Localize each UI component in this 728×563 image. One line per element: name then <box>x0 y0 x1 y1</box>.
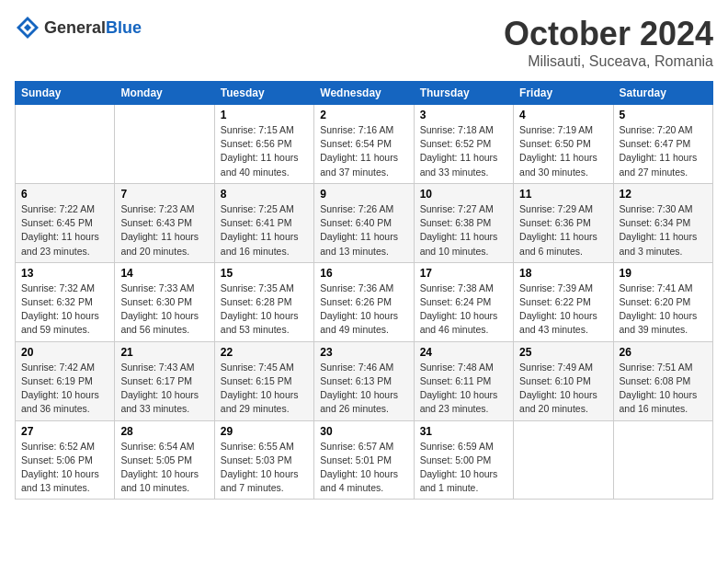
day-detail: Sunrise: 6:57 AM Sunset: 5:01 PM Dayligh… <box>320 440 407 496</box>
calendar-cell: 29Sunrise: 6:55 AM Sunset: 5:03 PM Dayli… <box>214 420 313 500</box>
calendar-cell: 20Sunrise: 7:42 AM Sunset: 6:19 PM Dayli… <box>16 341 115 420</box>
day-number: 17 <box>420 267 507 280</box>
day-number: 20 <box>21 346 108 359</box>
day-number: 26 <box>620 346 707 359</box>
calendar-cell <box>514 420 613 500</box>
day-number: 25 <box>519 346 607 359</box>
day-number: 22 <box>221 346 308 359</box>
calendar-cell: 1Sunrise: 7:15 AM Sunset: 6:56 PM Daylig… <box>214 105 313 184</box>
calendar-cell: 17Sunrise: 7:38 AM Sunset: 6:24 PM Dayli… <box>414 262 513 341</box>
day-detail: Sunrise: 7:42 AM Sunset: 6:19 PM Dayligh… <box>21 361 108 417</box>
day-number: 24 <box>420 346 507 359</box>
day-detail: Sunrise: 7:29 AM Sunset: 6:36 PM Dayligh… <box>519 202 607 259</box>
calendar-table: SundayMondayTuesdayWednesdayThursdayFrid… <box>15 81 713 500</box>
day-detail: Sunrise: 7:32 AM Sunset: 6:32 PM Dayligh… <box>21 282 108 338</box>
calendar-cell: 10Sunrise: 7:27 AM Sunset: 6:38 PM Dayli… <box>414 183 513 262</box>
day-detail: Sunrise: 7:23 AM Sunset: 6:43 PM Dayligh… <box>120 202 208 259</box>
calendar-cell: 19Sunrise: 7:41 AM Sunset: 6:20 PM Dayli… <box>613 262 712 341</box>
day-detail: Sunrise: 7:25 AM Sunset: 6:41 PM Dayligh… <box>221 202 308 259</box>
day-number: 6 <box>21 188 108 201</box>
calendar-cell: 18Sunrise: 7:39 AM Sunset: 6:22 PM Dayli… <box>514 262 613 341</box>
calendar-cell: 11Sunrise: 7:29 AM Sunset: 6:36 PM Dayli… <box>514 183 613 262</box>
day-detail: Sunrise: 7:26 AM Sunset: 6:40 PM Dayligh… <box>320 202 407 259</box>
calendar-cell: 5Sunrise: 7:20 AM Sunset: 6:47 PM Daylig… <box>613 105 712 184</box>
calendar-cell: 15Sunrise: 7:35 AM Sunset: 6:28 PM Dayli… <box>214 262 313 341</box>
calendar-cell: 26Sunrise: 7:51 AM Sunset: 6:08 PM Dayli… <box>613 341 712 420</box>
calendar-cell: 24Sunrise: 7:48 AM Sunset: 6:11 PM Dayli… <box>414 341 513 420</box>
calendar-cell: 23Sunrise: 7:46 AM Sunset: 6:13 PM Dayli… <box>314 341 414 420</box>
day-detail: Sunrise: 7:51 AM Sunset: 6:08 PM Dayligh… <box>620 361 707 417</box>
day-detail: Sunrise: 7:38 AM Sunset: 6:24 PM Dayligh… <box>420 282 507 338</box>
calendar-week-row: 13Sunrise: 7:32 AM Sunset: 6:32 PM Dayli… <box>16 262 713 341</box>
calendar-cell: 22Sunrise: 7:45 AM Sunset: 6:15 PM Dayli… <box>214 341 313 420</box>
day-detail: Sunrise: 7:16 AM Sunset: 6:54 PM Dayligh… <box>320 123 407 179</box>
day-number: 27 <box>21 425 108 438</box>
day-detail: Sunrise: 7:46 AM Sunset: 6:13 PM Dayligh… <box>320 361 407 417</box>
calendar-cell: 8Sunrise: 7:25 AM Sunset: 6:41 PM Daylig… <box>214 183 313 262</box>
day-detail: Sunrise: 6:54 AM Sunset: 5:05 PM Dayligh… <box>120 440 208 496</box>
day-detail: Sunrise: 6:55 AM Sunset: 5:03 PM Dayligh… <box>221 440 308 496</box>
calendar-week-row: 1Sunrise: 7:15 AM Sunset: 6:56 PM Daylig… <box>16 105 713 184</box>
weekday-header: Tuesday <box>214 82 313 105</box>
day-detail: Sunrise: 7:27 AM Sunset: 6:38 PM Dayligh… <box>420 202 507 259</box>
calendar-cell <box>115 105 214 184</box>
day-detail: Sunrise: 7:45 AM Sunset: 6:15 PM Dayligh… <box>221 361 308 417</box>
calendar-week-row: 6Sunrise: 7:22 AM Sunset: 6:45 PM Daylig… <box>16 183 713 262</box>
calendar-cell: 7Sunrise: 7:23 AM Sunset: 6:43 PM Daylig… <box>115 183 214 262</box>
day-detail: Sunrise: 7:30 AM Sunset: 6:34 PM Dayligh… <box>620 202 707 259</box>
day-number: 14 <box>120 267 208 280</box>
location-title: Milisauti, Suceava, Romania <box>504 53 713 70</box>
calendar-cell: 28Sunrise: 6:54 AM Sunset: 5:05 PM Dayli… <box>115 420 214 500</box>
day-number: 29 <box>221 425 308 438</box>
calendar-cell: 6Sunrise: 7:22 AM Sunset: 6:45 PM Daylig… <box>16 183 115 262</box>
day-detail: Sunrise: 7:48 AM Sunset: 6:11 PM Dayligh… <box>420 361 507 417</box>
calendar-cell: 21Sunrise: 7:43 AM Sunset: 6:17 PM Dayli… <box>115 341 214 420</box>
calendar-week-row: 27Sunrise: 6:52 AM Sunset: 5:06 PM Dayli… <box>16 420 713 500</box>
day-number: 12 <box>620 188 707 201</box>
day-number: 18 <box>519 267 607 280</box>
calendar-cell: 2Sunrise: 7:16 AM Sunset: 6:54 PM Daylig… <box>314 105 414 184</box>
calendar-cell: 30Sunrise: 6:57 AM Sunset: 5:01 PM Dayli… <box>314 420 414 500</box>
day-detail: Sunrise: 7:39 AM Sunset: 6:22 PM Dayligh… <box>519 282 607 338</box>
calendar-cell: 12Sunrise: 7:30 AM Sunset: 6:34 PM Dayli… <box>613 183 712 262</box>
calendar-cell: 13Sunrise: 7:32 AM Sunset: 6:32 PM Dayli… <box>16 262 115 341</box>
day-detail: Sunrise: 7:18 AM Sunset: 6:52 PM Dayligh… <box>420 123 507 179</box>
weekday-header: Saturday <box>613 82 712 105</box>
day-detail: Sunrise: 7:41 AM Sunset: 6:20 PM Dayligh… <box>620 282 707 338</box>
calendar-cell: 9Sunrise: 7:26 AM Sunset: 6:40 PM Daylig… <box>314 183 414 262</box>
day-number: 21 <box>120 346 208 359</box>
day-detail: Sunrise: 6:59 AM Sunset: 5:00 PM Dayligh… <box>420 440 507 496</box>
logo-blue: Blue <box>106 18 142 37</box>
calendar-cell: 27Sunrise: 6:52 AM Sunset: 5:06 PM Dayli… <box>16 420 115 500</box>
weekday-header: Friday <box>514 82 613 105</box>
day-number: 9 <box>320 188 407 201</box>
day-detail: Sunrise: 6:52 AM Sunset: 5:06 PM Dayligh… <box>21 440 108 496</box>
calendar-week-row: 20Sunrise: 7:42 AM Sunset: 6:19 PM Dayli… <box>16 341 713 420</box>
day-detail: Sunrise: 7:36 AM Sunset: 6:26 PM Dayligh… <box>320 282 407 338</box>
day-number: 23 <box>320 346 407 359</box>
day-detail: Sunrise: 7:33 AM Sunset: 6:30 PM Dayligh… <box>120 282 208 338</box>
title-block: October 2024 Milisauti, Suceava, Romania <box>504 15 713 70</box>
day-number: 30 <box>320 425 407 438</box>
day-number: 8 <box>221 188 308 201</box>
month-title: October 2024 <box>504 15 713 53</box>
calendar-cell: 3Sunrise: 7:18 AM Sunset: 6:52 PM Daylig… <box>414 105 513 184</box>
day-number: 4 <box>519 109 607 121</box>
calendar-header-row: SundayMondayTuesdayWednesdayThursdayFrid… <box>16 82 713 105</box>
page-header: GeneralBlue October 2024 Milisauti, Suce… <box>15 15 713 70</box>
day-number: 28 <box>120 425 208 438</box>
calendar-cell: 16Sunrise: 7:36 AM Sunset: 6:26 PM Dayli… <box>314 262 414 341</box>
day-number: 10 <box>420 188 507 201</box>
day-detail: Sunrise: 7:20 AM Sunset: 6:47 PM Dayligh… <box>620 123 707 179</box>
day-detail: Sunrise: 7:22 AM Sunset: 6:45 PM Dayligh… <box>21 202 108 259</box>
weekday-header: Monday <box>115 82 214 105</box>
day-number: 15 <box>221 267 308 280</box>
weekday-header: Wednesday <box>314 82 414 105</box>
logo: GeneralBlue <box>15 15 142 40</box>
calendar-cell <box>613 420 712 500</box>
weekday-header: Thursday <box>414 82 513 105</box>
day-number: 3 <box>420 109 507 121</box>
day-number: 2 <box>320 109 407 121</box>
day-detail: Sunrise: 7:43 AM Sunset: 6:17 PM Dayligh… <box>120 361 208 417</box>
day-number: 7 <box>120 188 208 201</box>
